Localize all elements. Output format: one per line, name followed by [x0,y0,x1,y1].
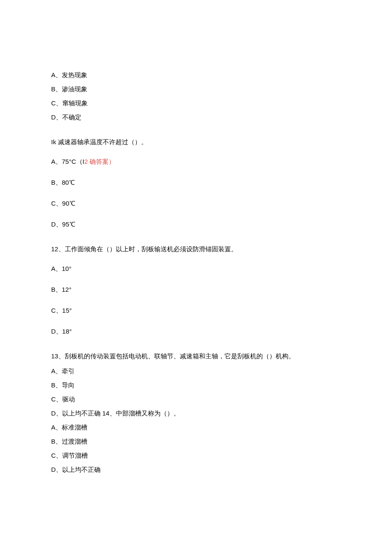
q13-option-b: B、导向 [51,381,341,389]
q11-stem: Ik 减速器轴承温度不许超过（）。 [51,137,341,146]
q10-option-b: B、渗油现象 [51,84,341,93]
correct-answer-label: 2 确答案） [84,158,115,165]
q11-option-a: A、75°C（I2 确答案） [51,157,341,166]
q10-option-d: D、不确定 [51,113,341,122]
q11-option-d: D、95℃ [51,220,341,229]
q12-stem: 12、工作面倾角在（）以上时，刮板输送机必须设防滑锚固装置。 [51,244,341,253]
q12-options: A、10° B、12° C、15° D、18° [51,264,341,336]
q11-option-c: C、90℃ [51,199,341,208]
q13-option-d-and-q14: D、以上均不正确 14、中部溜槽又称为（）。 [51,409,341,418]
q12-option-c: C、15° [51,306,341,315]
q13-stem: 13、刮板机的传动装置包括电动机、联轴节、减速箱和主轴，它是刮板机的（）机构。 [51,352,341,360]
q12-option-b: B、12° [51,285,341,294]
q14-option-c: C、调节溜槽 [51,451,341,460]
q14-option-d: D、以上均不正确 [51,465,341,474]
q13-option-a: A、牵引 [51,366,341,375]
q10-option-c: C、窜轴现象 [51,99,341,108]
q11-option-b: B、80℃ [51,178,341,187]
q11-options: A、75°C（I2 确答案） B、80℃ C、90℃ D、95℃ [51,157,341,229]
q14-option-a: A、标准溜槽 [51,423,341,432]
q11-option-a-prefix: A、75°C（I [51,158,84,165]
q10-option-a: A、发热现象 [51,70,341,79]
exam-section: A、发热现象 B、渗油现象 C、窜轴现象 D、不确定 Ik 减速器轴承温度不许超… [51,70,341,474]
q12-option-d: D、18° [51,327,341,336]
q14-option-b: B、过渡溜槽 [51,437,341,446]
q12-option-a: A、10° [51,264,341,273]
q13-option-c: C、驱动 [51,395,341,404]
